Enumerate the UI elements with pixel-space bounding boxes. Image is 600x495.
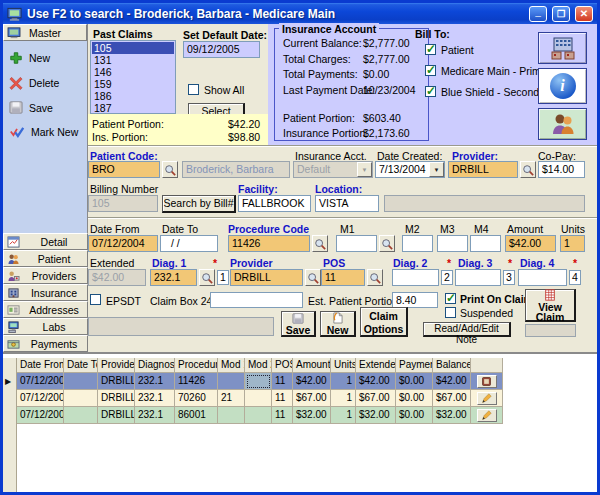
- column-header[interactable]: Balance: [433, 358, 471, 373]
- cell[interactable]: $0.00: [396, 407, 433, 424]
- cell-action[interactable]: [471, 373, 503, 390]
- list-item[interactable]: 186: [92, 90, 174, 102]
- cell-focused[interactable]: [245, 373, 272, 390]
- cell[interactable]: 07/12/2004: [17, 390, 64, 407]
- column-header[interactable]: Procedure: [175, 358, 218, 373]
- column-header[interactable]: Date From: [17, 358, 64, 373]
- cell[interactable]: $42.00: [356, 373, 396, 390]
- column-header[interactable]: Units: [331, 358, 356, 373]
- est-patient-portion-input[interactable]: 8.40: [392, 292, 438, 308]
- diag1-search-button[interactable]: [199, 269, 215, 286]
- column-header[interactable]: Payments: [396, 358, 433, 373]
- cell[interactable]: $0.00: [396, 390, 433, 407]
- amount-input[interactable]: $42.00: [505, 235, 556, 252]
- cell[interactable]: 70260: [175, 390, 218, 407]
- diag2-pointer[interactable]: 2: [441, 270, 453, 285]
- claim-options-button[interactable]: Claim Options: [360, 307, 408, 337]
- diag1-input[interactable]: 232.1: [150, 269, 197, 286]
- chevron-down-icon[interactable]: [429, 162, 444, 177]
- cell-action[interactable]: [471, 407, 503, 424]
- cell[interactable]: $67.00: [433, 390, 471, 407]
- cell[interactable]: $42.00: [293, 373, 331, 390]
- table-row[interactable]: 07/12/2004 DRBILL 232.1 11426 11 $42.00 …: [17, 373, 503, 390]
- patient-search-button[interactable]: [162, 161, 178, 178]
- cell[interactable]: 86001: [175, 407, 218, 424]
- claim-box-24k-input[interactable]: [210, 292, 303, 308]
- cell[interactable]: 232.1: [135, 407, 175, 424]
- cell[interactable]: [245, 390, 272, 407]
- cell[interactable]: $42.00: [433, 373, 471, 390]
- cell[interactable]: $67.00: [293, 390, 331, 407]
- cell[interactable]: [64, 390, 98, 407]
- procedure-search-button[interactable]: [312, 235, 328, 252]
- suspended-checkbox[interactable]: [445, 307, 456, 318]
- sidebar-item-patient[interactable]: Patient: [3, 250, 88, 267]
- diag4-pointer[interactable]: 4: [569, 270, 581, 285]
- info-button[interactable]: i: [538, 68, 587, 104]
- minimize-button[interactable]: [529, 6, 547, 22]
- list-item[interactable]: 159: [92, 78, 174, 90]
- cell[interactable]: 11: [272, 407, 293, 424]
- new-claim-button[interactable]: New: [320, 311, 356, 337]
- sidebar-master-header[interactable]: Master: [3, 24, 87, 41]
- date-to-input[interactable]: / /: [160, 235, 218, 252]
- column-header[interactable]: Extended: [356, 358, 396, 373]
- cell[interactable]: 1: [331, 390, 356, 407]
- column-header[interactable]: Diagnosis: [135, 358, 175, 373]
- cell-action[interactable]: [471, 390, 503, 407]
- maximize-button[interactable]: [552, 6, 570, 22]
- sidebar-action-mark-new[interactable]: Mark New: [9, 125, 81, 138]
- sidebar-item-labs[interactable]: Labs: [3, 318, 88, 335]
- sidebar-item-addresses[interactable]: Addresses: [3, 301, 88, 318]
- patients-button[interactable]: [538, 108, 587, 140]
- cell[interactable]: DRBILL: [98, 407, 135, 424]
- m3-input[interactable]: [437, 235, 468, 252]
- column-header[interactable]: Date To: [64, 358, 98, 373]
- column-header[interactable]: Mod 1: [218, 358, 245, 373]
- cell[interactable]: 21: [218, 390, 245, 407]
- sidebar-item-payments[interactable]: Payments: [3, 335, 88, 352]
- provider-search-button[interactable]: [520, 161, 536, 178]
- cell[interactable]: [64, 373, 98, 390]
- patient-code-input[interactable]: BRO: [88, 161, 160, 178]
- location-input[interactable]: VISTA: [315, 195, 379, 212]
- date-from-input[interactable]: 07/12/2004: [88, 235, 158, 252]
- m1-search-button[interactable]: [379, 235, 395, 252]
- cell[interactable]: 232.1: [135, 373, 175, 390]
- list-item[interactable]: 131: [92, 54, 174, 66]
- list-item[interactable]: 105: [92, 42, 174, 54]
- read-add-edit-note-button[interactable]: Read/Add/Edit Note: [423, 322, 511, 337]
- diag2-input[interactable]: [392, 269, 439, 286]
- pos-search-button[interactable]: [367, 269, 383, 286]
- table-row[interactable]: 07/12/2004 DRBILL 232.1 70260 21 11 $67.…: [17, 390, 503, 407]
- cell[interactable]: 11: [272, 390, 293, 407]
- bill-to-patient-checkbox[interactable]: [425, 44, 436, 55]
- cell[interactable]: 1: [331, 373, 356, 390]
- line-provider-input[interactable]: DRBILL: [230, 269, 303, 286]
- column-header[interactable]: Provider: [98, 358, 135, 373]
- sidebar-item-insurance[interactable]: Insurance: [3, 284, 88, 301]
- m1-input[interactable]: [336, 235, 377, 252]
- cell[interactable]: 11426: [175, 373, 218, 390]
- cell[interactable]: DRBILL: [98, 390, 135, 407]
- cell[interactable]: $0.00: [396, 373, 433, 390]
- pencil-icon[interactable]: [477, 392, 497, 405]
- print-on-claim-checkbox[interactable]: [445, 293, 456, 304]
- cell[interactable]: [64, 407, 98, 424]
- bill-to-medicare-checkbox[interactable]: [425, 65, 436, 76]
- procedure-code-input[interactable]: 11426: [228, 235, 310, 252]
- show-all-checkbox[interactable]: [188, 84, 199, 95]
- epsdt-checkbox[interactable]: [90, 294, 101, 305]
- cell[interactable]: $32.00: [433, 407, 471, 424]
- set-default-date-input[interactable]: 09/12/2005: [183, 41, 260, 58]
- cell[interactable]: DRBILL: [98, 373, 135, 390]
- list-item[interactable]: 146: [92, 66, 174, 78]
- sidebar-action-delete[interactable]: Delete: [9, 76, 81, 90]
- cell[interactable]: 11: [272, 373, 293, 390]
- cell[interactable]: $32.00: [293, 407, 331, 424]
- facility-billing-button[interactable]: [538, 32, 587, 64]
- provider-input[interactable]: DRBILL: [448, 161, 518, 178]
- sidebar-item-detail[interactable]: Detail: [3, 233, 88, 250]
- sidebar-action-save[interactable]: Save: [9, 101, 81, 114]
- cell[interactable]: [218, 373, 245, 390]
